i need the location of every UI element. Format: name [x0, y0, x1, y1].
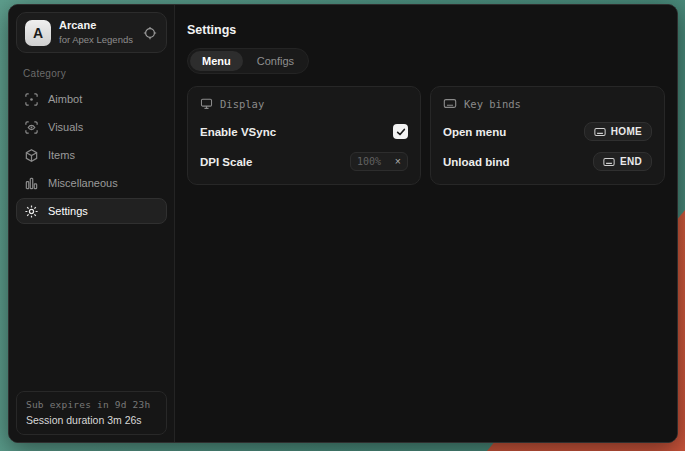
display-card-header: Display — [200, 97, 408, 110]
unload-bind-button[interactable]: END — [593, 152, 652, 171]
unload-bind-key: END — [620, 156, 642, 167]
open-menu-bind-button[interactable]: HOME — [584, 122, 652, 141]
vsync-checkbox[interactable] — [393, 124, 408, 139]
keybinds-card-title: Key binds — [464, 98, 521, 110]
sidebar-nav: Aimbot Visuals — [9, 86, 174, 224]
dpi-value: 100% — [357, 156, 381, 167]
vsync-label: Enable VSync — [200, 126, 276, 138]
sidebar-item-label: Visuals — [48, 121, 83, 133]
sidebar-item-label: Settings — [48, 205, 88, 217]
page-title: Settings — [187, 23, 665, 37]
tab-menu[interactable]: Menu — [190, 51, 243, 71]
monitor-icon — [200, 97, 213, 110]
brand-text: Arcane for Apex Legends — [59, 19, 135, 46]
display-card: Display Enable VSync DPI Scale 100% × — [187, 86, 421, 185]
key-icon — [603, 157, 615, 167]
eye-icon — [24, 120, 39, 135]
sidebar-item-aimbot[interactable]: Aimbot — [16, 86, 167, 112]
settings-cards: Display Enable VSync DPI Scale 100% × — [187, 86, 665, 185]
subscription-info-box: Sub expires in 9d 23h Session duration 3… — [16, 391, 167, 435]
brand-card: A Arcane for Apex Legends — [16, 12, 167, 53]
clear-icon[interactable]: × — [395, 156, 401, 167]
open-menu-label: Open menu — [443, 126, 506, 138]
tab-bar: Menu Configs — [187, 48, 309, 74]
display-card-title: Display — [220, 98, 264, 110]
unload-bind-row: Unload bind END — [443, 150, 652, 173]
open-menu-row: Open menu HOME — [443, 120, 652, 143]
vsync-row: Enable VSync — [200, 120, 408, 143]
sidebar-item-label: Items — [48, 149, 75, 161]
sidebar-item-miscellaneous[interactable]: Miscellaneous — [16, 170, 167, 196]
sidebar-item-label: Aimbot — [48, 93, 82, 105]
keybinds-card-header: Key binds — [443, 97, 652, 110]
crosshair-icon — [24, 92, 39, 107]
app-logo: A — [25, 20, 51, 46]
sidebar-item-items[interactable]: Items — [16, 142, 167, 168]
sidebar-item-label: Miscellaneous — [48, 177, 118, 189]
app-subtitle: for Apex Legends — [59, 34, 135, 46]
app-name: Arcane — [59, 19, 135, 33]
main-content: Settings Menu Configs Display E — [175, 5, 677, 442]
dpi-label: DPI Scale — [200, 156, 252, 168]
tab-configs[interactable]: Configs — [245, 51, 306, 71]
dpi-scale-input[interactable]: 100% × — [350, 152, 408, 171]
dpi-row: DPI Scale 100% × — [200, 150, 408, 173]
sidebar-item-visuals[interactable]: Visuals — [16, 114, 167, 140]
sidebar: A Arcane for Apex Legends Category — [9, 5, 175, 442]
columns-icon — [24, 176, 39, 191]
session-duration-text: Session duration 3m 26s — [26, 414, 157, 426]
sidebar-item-settings[interactable]: Settings — [16, 198, 167, 224]
sub-expiry-text: Sub expires in 9d 23h — [26, 399, 157, 410]
app-window: A Arcane for Apex Legends Category — [8, 4, 678, 443]
unload-bind-label: Unload bind — [443, 156, 509, 168]
category-label: Category — [23, 68, 174, 79]
target-icon[interactable] — [143, 26, 157, 40]
key-icon — [594, 127, 606, 137]
keyboard-icon — [443, 97, 457, 110]
gear-icon — [24, 204, 39, 219]
open-menu-key: HOME — [611, 126, 642, 137]
cube-icon — [24, 148, 39, 163]
keybinds-card: Key binds Open menu HOME Unload bind — [430, 86, 665, 185]
